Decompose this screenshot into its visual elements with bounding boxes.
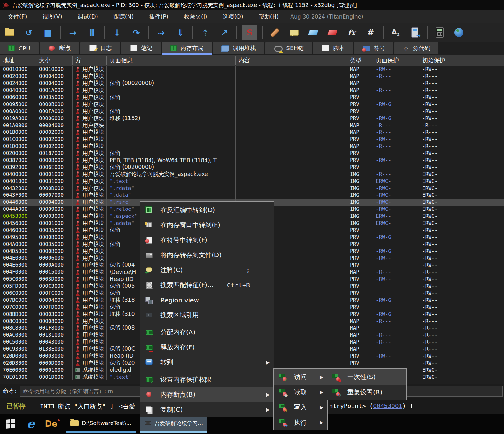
memory-map-row[interactable]: 001D000000002000用户模块MAP-R----R--- [0, 143, 504, 150]
restart-icon[interactable]: ↺ [21, 25, 36, 40]
switch-s-icon[interactable]: S [242, 25, 257, 40]
menu-item-file[interactable]: 文件(F) [0, 10, 35, 23]
memory-map-row[interactable]: 001C000000002000用户模块PRV-RW---RW-- [0, 136, 504, 143]
menu-item-favourites[interactable]: 收藏夹(I) [176, 10, 215, 23]
internet-explorer-button[interactable]: e [22, 415, 39, 432]
memory-map-row[interactable]: 0001000000010000用户模块MAP-RW---RW-- [0, 66, 504, 73]
column-header-3[interactable]: 页面信息 [107, 56, 236, 65]
breakpoints-icon[interactable] [325, 25, 340, 40]
memory-map-row[interactable]: 0040000000001000用户模块吾爱破解论坛学习脱壳实例_aspack.… [0, 171, 504, 178]
step-over-icon[interactable]: ↷ [129, 25, 143, 40]
memory-map-row[interactable]: 0006000000035000用户模块保留PRV-RW-- [0, 94, 504, 101]
breakpoint-submenu-item-3[interactable]: →执行▶ [274, 415, 327, 430]
owner-cell: 用户模块 [73, 359, 107, 366]
context-menu-item-10[interactable]: 释放内存(F) [140, 340, 274, 355]
menu-item-help[interactable]: 帮助(H) [251, 10, 287, 23]
tab-script[interactable]: 脚本 [313, 42, 353, 54]
patch-icon[interactable] [268, 25, 282, 40]
taskbar-app-button[interactable]: 吾爱破解论坛学习... [140, 415, 207, 433]
memory-map-row[interactable]: 001A000000004000用户模块MAP-R----R--- [0, 122, 504, 129]
start-button[interactable] [2, 415, 19, 432]
context-menu-item-5[interactable]: 搜索匹配特征(F)...Ctrl+B [140, 278, 274, 293]
font-icon[interactable]: A2 [388, 25, 403, 40]
memory-map-row[interactable]: 0040100000031000用户模块".text"IMGERWC-ERWC- [0, 178, 504, 185]
menu-item-options[interactable]: 选项(O) [215, 10, 251, 23]
menu-item-trace[interactable]: 跟踪(N) [106, 10, 142, 23]
calc-send-icon[interactable] [407, 25, 422, 40]
stop-icon[interactable]: ■ [41, 25, 55, 40]
step-n-icon[interactable]: ⇓ [173, 25, 188, 40]
memory-map-row[interactable]: 0002000000004000用户模块MAP-R----R--- [0, 73, 504, 80]
entrypoint-address-link[interactable]: 00453001 [373, 402, 402, 409]
memory-map-row[interactable]: 000950000000B000用户模块PRV-RW-G-RW-- [0, 101, 504, 108]
access-submenu-item-1[interactable]: ↻重复设置(R) [327, 385, 406, 400]
tab-cpu[interactable]: CPU [0, 42, 39, 54]
context-menu-item-2[interactable]: 在符号中转到(F) [140, 232, 274, 247]
memory-map-row[interactable]: 000400000001A000用户模块MAP-R----R--- [0, 87, 504, 94]
column-header-1[interactable]: 大小 [36, 56, 73, 65]
tab-memory[interactable]: 内存布局 [162, 42, 212, 54]
menu-item-view[interactable]: 视图(V) [35, 10, 70, 23]
column-header-2[interactable]: 方 [73, 56, 107, 65]
hash-icon[interactable]: # [363, 25, 378, 40]
comments-icon[interactable] [287, 25, 301, 40]
memory-map-row[interactable]: 003870000000B000用户模块PEB, TEB (3184), WoW… [0, 157, 504, 164]
column-header-0[interactable]: 地址 [0, 56, 36, 65]
tab-symbol[interactable]: 符号 [354, 42, 393, 54]
column-header-6[interactable]: 页面保护 [373, 56, 419, 65]
open-file-icon[interactable] [2, 25, 17, 40]
breakpoint-submenu-item-1[interactable]: ◆读取▶ [274, 385, 327, 400]
tab-seh[interactable]: SEH链 [265, 42, 312, 54]
labels-icon[interactable] [306, 25, 321, 40]
tab-notes[interactable]: 笔记 [121, 42, 161, 54]
context-menu-item-14[interactable]: 内存断点(B)▶ [140, 387, 274, 402]
page-protection-cell: -RWC- [373, 206, 419, 213]
context-menu-item-1[interactable]: 在内存窗口中转到(F) [140, 217, 274, 232]
memory-map-row[interactable]: 0043F00000007000用户模块".data"IMG-RWC-ERWC- [0, 192, 504, 199]
context-menu-item-13[interactable]: ✓设置内存保护权限 [140, 372, 274, 387]
context-menu-item-4[interactable]: +注释(C); [140, 263, 274, 278]
context-menu-item-9[interactable]: +分配内存(A) [140, 325, 274, 340]
run-to-user-icon[interactable]: ↗ [217, 25, 232, 40]
functions-icon[interactable]: fx [344, 25, 359, 40]
memory-map-row[interactable]: 0019A00000006000用户模块堆栈 (1152)PRV-RW-G-RW… [0, 115, 504, 122]
column-header-4[interactable]: 内容 [236, 56, 347, 65]
type-cell: MAP [347, 143, 373, 150]
tab-log[interactable]: 日志 [80, 42, 120, 54]
memory-map-row[interactable]: 001B000000002000用户模块MAP-R----R--- [0, 129, 504, 136]
tab-breakpoint[interactable]: 断点 [40, 42, 79, 54]
context-menu-item-11[interactable]: 转到▶ [140, 355, 274, 370]
memory-map-row[interactable]: 003920000006E000用户模块保留 (00200000)PRV-RW-… [0, 164, 504, 171]
memory-map-row[interactable]: 0020000000187000用户模块保留PRV-RW-- [0, 150, 504, 157]
context-menu-item-3[interactable]: 将内存转存到文件(D) [140, 247, 274, 263]
column-header-7[interactable]: 初始保护 [419, 56, 504, 65]
page-protection-cell [373, 324, 419, 331]
menu-item-plugins[interactable]: 插件(P) [141, 10, 176, 23]
memory-map-row[interactable]: 000A0000000FA000用户模块保留PRV-RW-- [0, 108, 504, 115]
globe-icon[interactable] [452, 25, 466, 40]
memory-map-row[interactable]: 004320000000D000用户模块".rdata"IMG-RWC-ERWC… [0, 185, 504, 192]
memory-map-row[interactable]: 0002400000004000用户模块保留 (00020000)MAP-R--… [0, 80, 504, 87]
breakpoint-submenu-item-0[interactable]: ✓访问▶ [274, 369, 327, 385]
step-into-icon[interactable]: ↓ [110, 25, 124, 40]
size-cell: 00002000 [36, 136, 73, 143]
tab-callstack[interactable]: 调用堆栈 [213, 42, 264, 54]
context-menu-item-0[interactable]: 在反汇编中转到(D) [140, 202, 274, 217]
column-header-5[interactable]: 类型 [347, 56, 373, 65]
calculator-icon[interactable] [432, 25, 447, 40]
detect-it-easy-button[interactable]: De [43, 415, 59, 432]
skip-icon[interactable]: ⇢ [154, 25, 168, 40]
tab-source[interactable]: ◇源代码 [394, 42, 438, 54]
step-out-icon[interactable]: ⇡ [198, 25, 213, 40]
access-submenu-item-0[interactable]: ▪一次性(S) [327, 369, 406, 385]
context-menu-item-6[interactable]: Region view [140, 293, 274, 308]
taskbar-folder-button[interactable]: D:\SoftwareTest\... [66, 415, 136, 433]
context-menu-item-7[interactable]: 搜索区域引用 [140, 308, 274, 323]
pause-icon[interactable]: Ⅱ [85, 25, 99, 40]
run-icon[interactable]: → [66, 25, 80, 40]
context-menu-item-15[interactable]: 复制(C)▶ [140, 402, 274, 417]
menu-item-debug[interactable]: 调试(D) [70, 10, 106, 23]
breakpoint-submenu-item-2[interactable]: ✎写入▶ [274, 400, 327, 415]
address-cell: 004A0000 [0, 240, 36, 247]
user-module-icon [75, 122, 80, 128]
